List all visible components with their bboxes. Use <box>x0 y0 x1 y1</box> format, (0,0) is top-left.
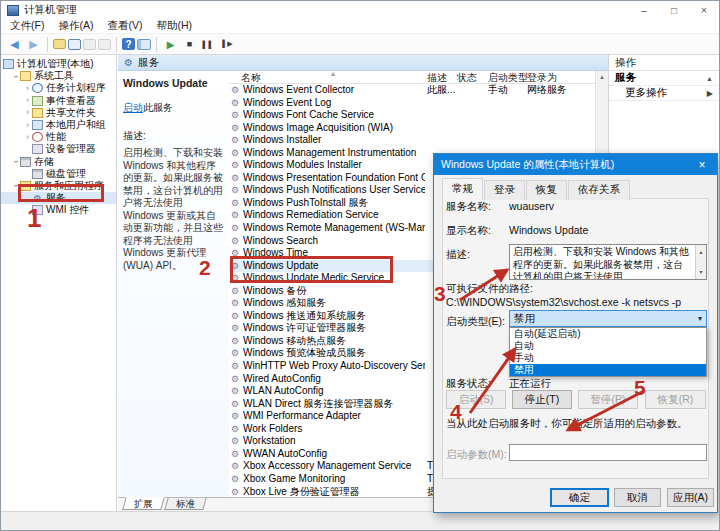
start-service-link[interactable]: 启动 <box>123 102 143 113</box>
service-gear-icon: ⚙ <box>231 247 239 260</box>
toolbar-separator <box>47 37 48 52</box>
help-icon[interactable]: ? <box>122 38 135 50</box>
service-name: Windows 感知服务 <box>243 297 425 310</box>
menu-item[interactable]: 操作(A) <box>51 19 100 33</box>
dialog-description-label: 描述: <box>446 248 470 262</box>
service-name: WMI Performance Adapter <box>243 410 425 423</box>
tree-expander-icon[interactable]: › <box>23 133 32 142</box>
dialog-tab-0[interactable]: 常规 <box>442 178 483 200</box>
view-tab-1[interactable]: 标准 <box>164 498 206 510</box>
service-gear-icon: ⚙ <box>231 423 239 436</box>
column-header-0[interactable]: 名称 <box>241 71 261 84</box>
service-name: Windows 许可证管理器服务 <box>243 322 425 335</box>
start-service-icon[interactable]: ▶ <box>162 36 179 52</box>
console-tree-icon[interactable] <box>53 39 66 49</box>
dropdown-option[interactable]: 自动 <box>510 340 706 352</box>
service-gear-icon: ⚙ <box>231 347 239 360</box>
ok-button[interactable]: 确定 <box>550 488 609 507</box>
textarea-scroll-up-icon[interactable]: ▴ <box>696 246 706 259</box>
service-gear-icon: ⚙ <box>231 297 239 310</box>
tree-expander-icon[interactable]: › <box>11 72 20 81</box>
dropdown-option[interactable]: 禁用 <box>510 364 706 376</box>
action-pane-icon[interactable] <box>137 39 151 50</box>
column-header-4[interactable]: 登录为 <box>527 71 557 84</box>
minimize-button[interactable]: – <box>629 1 659 19</box>
scroll-up-icon[interactable]: ▴ <box>596 71 608 83</box>
stop-service-icon[interactable]: ■ <box>181 36 198 52</box>
cancel-button[interactable]: 取消 <box>614 488 661 507</box>
tree-expander-icon[interactable]: › <box>11 181 20 190</box>
services-panel-header: ⚙ 服务 <box>118 55 608 71</box>
service-name: Windows Push Notifications User Service_… <box>243 184 425 197</box>
service-gear-icon: ⚙ <box>231 134 239 147</box>
service-row[interactable]: ⚙Windows Font Cache Service <box>229 109 595 122</box>
tree-expander-icon[interactable]: › <box>23 96 32 105</box>
properties-icon[interactable] <box>98 39 111 50</box>
service-name: Windows Remote Management (WS-Manag... <box>243 222 425 235</box>
service-name: WLAN Direct 服务连接管理器服务 <box>243 398 425 411</box>
service-gear-icon: ⚙ <box>231 285 239 298</box>
startup-params-input[interactable] <box>509 444 707 461</box>
dropdown-option[interactable]: 自动(延迟启动) <box>510 328 706 340</box>
dialog-close-button[interactable]: × <box>687 154 717 175</box>
dialog-tab-2[interactable]: 恢复 <box>526 180 567 200</box>
storage-icon <box>20 157 31 167</box>
textarea-scrollbar[interactable]: ▴ ▾ <box>695 245 706 279</box>
column-header-1[interactable]: 描述 <box>427 71 447 84</box>
tree-expander-icon[interactable]: › <box>23 121 32 130</box>
resume-button[interactable]: 恢复(R) <box>645 390 706 409</box>
dropdown-option[interactable]: 手动 <box>510 352 706 364</box>
column-header-2[interactable]: 状态 <box>457 71 477 84</box>
startup-params-hint: 当从此处启动服务时，你可指定所适用的启动参数。 <box>446 417 688 431</box>
tree-expander-icon[interactable]: › <box>23 108 32 117</box>
service-row[interactable]: ⚙Windows Installer <box>229 134 595 147</box>
tree-item-wmi-control[interactable]: WMI 控件 <box>1 204 116 216</box>
service-name: WinHTTP Web Proxy Auto-Discovery Service <box>243 360 425 373</box>
menu-item[interactable]: 文件(F) <box>3 19 51 33</box>
service-row[interactable]: ⚙Windows Image Acquisition (WIA) <box>229 122 595 135</box>
tree-expander-icon[interactable]: › <box>23 84 32 93</box>
startup-type-combobox[interactable]: 禁用 ▾ <box>509 310 707 327</box>
menu-item[interactable]: 查看(V) <box>100 19 149 33</box>
restart-service-icon[interactable]: ▌▶ <box>219 36 236 52</box>
view-tab-0[interactable]: 扩展 <box>122 497 165 510</box>
app-icon <box>7 5 19 16</box>
more-actions-item[interactable]: 更多操作 ▶ <box>609 86 719 101</box>
dialog-tab-1[interactable]: 登录 <box>484 180 525 200</box>
pause-service-icon[interactable]: ▌▌ <box>200 36 217 52</box>
stop-button[interactable]: 停止(T) <box>512 390 572 409</box>
computer-icon <box>3 59 14 69</box>
back-arrow-icon[interactable]: ◀ <box>6 36 23 52</box>
apply-button[interactable]: 应用(A) <box>667 488 714 507</box>
close-button[interactable]: × <box>689 1 719 19</box>
service-row[interactable]: ⚙Windows Event Log <box>229 97 595 110</box>
services-panel-title: 服务 <box>138 56 159 70</box>
console-window-icon[interactable] <box>68 39 81 50</box>
tree-expander-icon[interactable]: › <box>11 157 20 166</box>
collapse-group-icon[interactable]: ▲ <box>706 75 713 82</box>
forward-arrow-icon[interactable]: ▶ <box>25 36 42 52</box>
column-header-3[interactable]: 启动类型 <box>488 71 528 84</box>
pause-button[interactable]: 暂停(P) <box>578 390 638 409</box>
service-name: Windows Search <box>243 235 425 248</box>
menu-item[interactable]: 帮助(H) <box>149 19 199 33</box>
maximize-button[interactable]: □ <box>659 1 689 19</box>
toolbar-separator <box>116 37 117 52</box>
start-button[interactable]: 启动(S) <box>446 390 506 409</box>
export-list-icon[interactable] <box>83 39 96 50</box>
dialog-tab-3[interactable]: 依存关系 <box>568 180 630 200</box>
dialog-description-box[interactable]: 启用检测、下载和安装 Windows 和其他程序的更新。如果此服务被禁用，这台计… <box>509 244 707 280</box>
service-name: WLAN AutoConfig <box>243 385 425 398</box>
service-row[interactable]: ⚙Windows Event Collector此服...手动网络服务 <box>229 84 595 97</box>
service-gear-icon: ⚙ <box>231 360 239 373</box>
computer-management-window: 计算机管理 – □ × 文件(F)操作(A)查看(V)帮助(H) ◀▶?▶■▌▌… <box>0 0 720 531</box>
service-name: Windows Installer <box>243 134 425 147</box>
actions-group-services[interactable]: 服务 ▲ <box>609 71 719 86</box>
main-area: 计算机管理(本地) ›系统工具›任务计划程序›事件查看器›共享文件夹›本地用户和… <box>1 55 719 511</box>
console-tree: 计算机管理(本地) ›系统工具›任务计划程序›事件查看器›共享文件夹›本地用户和… <box>1 55 117 511</box>
service-gear-icon: ⚙ <box>231 272 239 285</box>
service-logon-as: 网络服务 <box>527 84 589 97</box>
textarea-scroll-down-icon[interactable]: ▾ <box>696 266 706 279</box>
tree-item-device-manager[interactable]: 设备管理器 <box>1 143 116 155</box>
description-label: 描述: <box>123 129 223 143</box>
